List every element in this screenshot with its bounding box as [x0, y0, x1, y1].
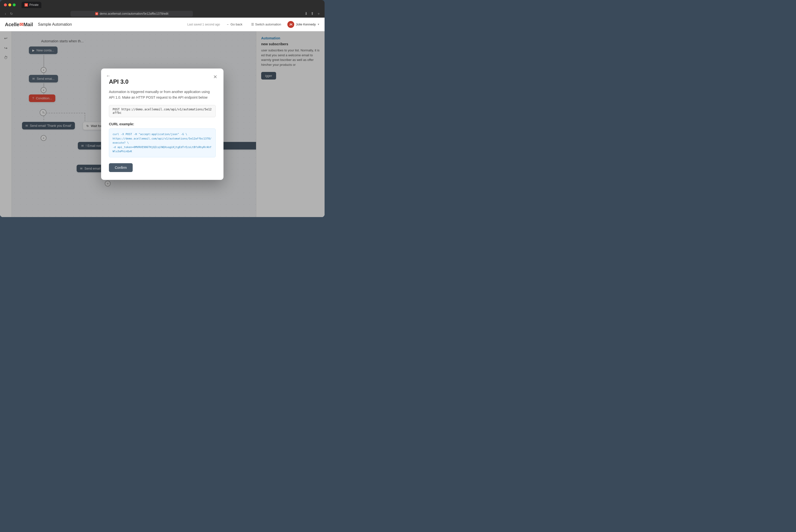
curl-code-box: curl -X POST -H "accept:application/json… — [109, 129, 216, 157]
close-window-button[interactable] — [4, 3, 7, 6]
address-bar[interactable]: M demo.acellemail.com/automation/5e12aff… — [71, 11, 193, 17]
app-header: Acelle✉Mail Sample Automation Last saved… — [0, 18, 325, 31]
user-menu-chevron: ▼ — [317, 23, 320, 26]
new-tab-icon[interactable]: ＋ — [317, 11, 321, 16]
curl-section-label: CURL example: — [109, 122, 216, 126]
go-back-icon: ← — [226, 22, 230, 26]
switch-automation-label: Switch automation — [255, 22, 281, 26]
modal-close-button[interactable]: ✕ — [212, 73, 219, 80]
browser-actions: ⬇ ⬆ ＋ — [304, 11, 321, 16]
download-icon[interactable]: ⬇ — [304, 11, 308, 16]
share-icon[interactable]: ⬆ — [310, 11, 314, 16]
user-initials: JK — [289, 23, 292, 26]
browser-chrome: M Private ‹ ↻ M demo.acellemail.com/auto… — [0, 0, 325, 18]
tab-favicon: M — [24, 3, 28, 6]
modal-confirm-button[interactable]: Confirm — [109, 163, 133, 172]
address-text: demo.acellemail.com/automation/5e12affbc… — [100, 12, 168, 15]
address-favicon: M — [95, 12, 98, 15]
user-menu[interactable]: JK Jolie Kennedy ▼ — [287, 21, 320, 28]
modal-dialog: ← ✕ API 3.0 Automation is triggered manu… — [101, 69, 224, 180]
switch-automation-button[interactable]: ☰ Switch automation — [249, 21, 283, 28]
app-title: Sample Automation — [38, 22, 72, 27]
header-right: Last saved 1 second ago ← Go back ☰ Swit… — [187, 21, 320, 28]
nav-refresh-button[interactable]: ↻ — [9, 11, 14, 16]
go-back-label: Go back — [231, 22, 242, 26]
minimize-window-button[interactable] — [8, 3, 11, 6]
traffic-lights — [4, 3, 16, 6]
tab-label: Private — [30, 3, 38, 6]
app-container: Acelle✉Mail Sample Automation Last saved… — [0, 18, 325, 217]
last-saved-label: Last saved 1 second ago — [187, 23, 220, 26]
user-avatar: JK — [287, 21, 294, 28]
browser-tab[interactable]: M Private — [21, 2, 41, 8]
browser-titlebar: M Private — [0, 0, 325, 10]
browser-toolbar: ‹ ↻ M demo.acellemail.com/automation/5e1… — [0, 10, 325, 18]
modal-overlay[interactable]: ← ✕ API 3.0 Automation is triggered manu… — [0, 31, 325, 217]
app-logo: Acelle✉Mail — [5, 21, 33, 27]
switch-automation-icon: ☰ — [251, 22, 254, 26]
modal-title: API 3.0 — [109, 78, 216, 85]
nav-back-button[interactable]: ‹ — [4, 11, 7, 16]
modal-back-button[interactable]: ← — [106, 73, 110, 79]
api-endpoint-box: POST https://demo.acellemail.com/api/v1/… — [109, 105, 216, 117]
modal-description: Automation is triggered manually or from… — [109, 89, 216, 100]
maximize-window-button[interactable] — [13, 3, 16, 6]
go-back-button[interactable]: ← Go back — [224, 21, 245, 28]
main-content: ↩ ↪ ⏱ Automation starts when th... ▶ New… — [0, 31, 325, 217]
logo-text: Acelle✉Mail — [5, 21, 33, 27]
user-name: Jolie Kennedy — [296, 22, 316, 26]
